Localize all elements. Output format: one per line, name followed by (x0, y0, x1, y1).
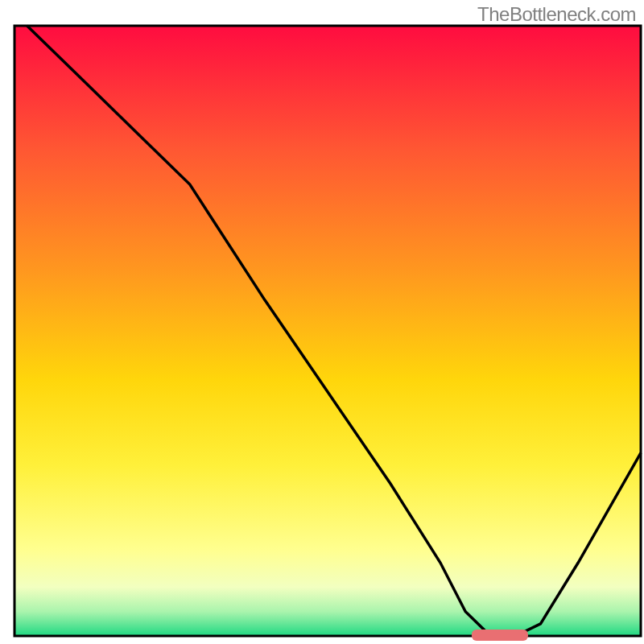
plot-background (14, 26, 641, 636)
bottleneck-chart (0, 0, 644, 644)
optimal-range-marker (472, 630, 528, 641)
watermark-text: TheBottleneck.com (477, 3, 636, 26)
chart-container: TheBottleneck.com (0, 0, 644, 644)
